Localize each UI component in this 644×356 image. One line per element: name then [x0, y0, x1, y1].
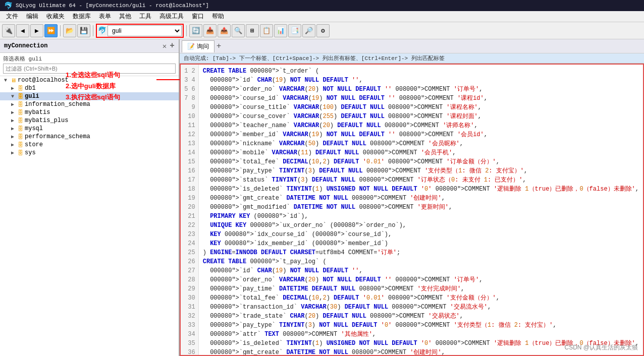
- query2-btn[interactable]: 🔎: [302, 24, 315, 37]
- connection-tab: myConnection ✕ +: [0, 39, 179, 53]
- autocomplete-hint-text: 自动完成: [Tab]-> 下一个标签、[Ctrl+Space]-> 列出所有标…: [184, 55, 445, 62]
- query-tab-label: 询问: [197, 42, 209, 51]
- menu-help[interactable]: 帮助: [208, 11, 228, 22]
- connection-name: myConnection: [4, 42, 163, 49]
- tree-item-mybatis-plus[interactable]: ▶ 🗄 mybatis_plus: [0, 116, 179, 125]
- tree-label-store: store: [25, 141, 43, 148]
- code-content: 1 2 3 4 5 6 7 8 9 10 11 12 13 14 15 16 1…: [181, 65, 643, 356]
- tree-label-mybatis: mybatis: [25, 109, 50, 116]
- tree-label-perf-schema: performance_schema: [25, 133, 90, 140]
- db-icon: 🐬: [98, 26, 106, 35]
- open-file-btn[interactable]: 📂: [63, 24, 76, 37]
- tree-item-guli[interactable]: ▼ 🗄 guli: [0, 92, 179, 100]
- tree-item-performance-schema[interactable]: ▶ 🗄 performance_schema: [0, 133, 179, 141]
- query-tab-add-btn[interactable]: +: [217, 42, 222, 51]
- tree-label-root: root@localhost: [18, 77, 69, 84]
- import-btn[interactable]: 📥: [203, 24, 217, 37]
- settings-btn[interactable]: ⚙: [316, 24, 330, 37]
- expander-mybatis[interactable]: ▶: [9, 109, 16, 115]
- save-file-btn[interactable]: 💾: [77, 24, 90, 37]
- expander-info-schema[interactable]: ▶: [9, 101, 16, 107]
- search-btn[interactable]: 🔍: [232, 24, 245, 37]
- expander-db1[interactable]: ▶: [9, 85, 16, 91]
- tree-label-mysql: mysql: [25, 125, 43, 132]
- menu-database[interactable]: 数据库: [69, 11, 95, 22]
- title-text: SQLyog Ultimate 64 - [myConnection/guli …: [16, 3, 209, 9]
- db-icon-mysql: 🗄: [18, 126, 23, 132]
- autocomplete-hint: 自动完成: [Tab]-> 下一个标签、[Ctrl+Space]-> 列出所有标…: [180, 53, 644, 64]
- filter-box: 筛选表格 guli: [0, 53, 179, 76]
- db-icon-mybatis: 🗄: [18, 109, 23, 116]
- forward-btn[interactable]: ▶: [30, 24, 43, 37]
- menu-edit[interactable]: 编辑: [22, 11, 42, 22]
- menu-advanced[interactable]: 高级工具: [155, 11, 188, 22]
- tree-item-store[interactable]: ▶ 🗄 store: [0, 141, 179, 149]
- query-tab-icon: 📝: [187, 43, 195, 50]
- filter-label: 筛选表格 guli: [3, 55, 176, 63]
- tree-item-mysql[interactable]: ▶ 🗄 mysql: [0, 125, 179, 133]
- db-select-wrapper: 🐬 guli db1 information_schema mybatis my…: [96, 24, 184, 38]
- divider-3: [186, 25, 187, 36]
- tree-item-root[interactable]: ▼ 🖥 root@localhost: [0, 76, 179, 84]
- query-tab-1[interactable]: 📝 询问: [182, 40, 214, 52]
- grid-btn[interactable]: ⊞: [246, 24, 259, 37]
- tree-label-db1: db1: [25, 85, 36, 92]
- divider-2: [93, 25, 93, 36]
- code-lines[interactable]: CREATE TABLE 000080">`t_order` ( 000080"…: [199, 65, 643, 356]
- tree-item-db1[interactable]: ▶ 🗄 db1: [0, 84, 179, 92]
- tree-label-guli: guli: [25, 93, 39, 100]
- menu-tools[interactable]: 工具: [135, 11, 155, 22]
- tree-label-sys: sys: [25, 149, 36, 156]
- expander-store[interactable]: ▶: [9, 142, 16, 148]
- db-icon-store: 🗄: [18, 142, 23, 148]
- right-panel: 📝 询问 + 自动完成: [Tab]-> 下一个标签、[Ctrl+Space]-…: [180, 39, 644, 356]
- expander-guli[interactable]: ▼: [9, 94, 16, 99]
- line-numbers: 1 2 3 4 5 6 7 8 9 10 11 12 13 14 15 16 1…: [181, 65, 199, 356]
- db-icon-perf-schema: 🗄: [18, 134, 23, 140]
- db-icon-guli: 🗄: [18, 93, 23, 100]
- index-btn[interactable]: 📑: [288, 24, 301, 37]
- server-icon: 🖥: [11, 77, 16, 84]
- db-icon-mybatis-plus: 🗄: [18, 117, 23, 124]
- object-tree: ▼ 🖥 root@localhost ▶ 🗄 db1 ▼ 🗄 guli ▶ 🗄 …: [0, 76, 179, 356]
- connection-add-btn[interactable]: +: [170, 41, 175, 50]
- export-btn[interactable]: 📤: [218, 24, 231, 37]
- query-tabs: 📝 询问 +: [180, 39, 644, 53]
- filter-input[interactable]: [3, 64, 176, 74]
- expander-mysql[interactable]: ▶: [9, 126, 16, 132]
- db-icon-sys: 🗄: [18, 150, 23, 156]
- code-editor[interactable]: 1 2 3 4 5 6 7 8 9 10 11 12 13 14 15 16 1…: [180, 64, 644, 356]
- database-select[interactable]: guli db1 information_schema mybatis myba…: [108, 25, 182, 36]
- app-icon: 🐬: [4, 2, 13, 10]
- tree-label-mybatis-plus: mybatis_plus: [25, 117, 68, 124]
- table-btn[interactable]: 📊: [274, 24, 287, 37]
- menu-other[interactable]: 其他: [115, 11, 135, 22]
- back-btn[interactable]: ◀: [16, 24, 29, 37]
- db-icon-db1: 🗄: [18, 85, 23, 92]
- execute-btn[interactable]: ⏩: [44, 24, 58, 37]
- connection-close-btn[interactable]: ✕: [163, 42, 167, 50]
- toolbar: 🔌 ◀ ▶ ⏩ 📂 💾 🐬 guli db1 information_schem…: [0, 22, 644, 39]
- main-area: myConnection ✕ + 筛选表格 guli ▼ 🖥 root@loca…: [0, 39, 644, 356]
- menu-bar: 文件 编辑 收藏夹 数据库 表单 其他 工具 高级工具 窗口 帮助: [0, 11, 644, 22]
- expander-sys[interactable]: ▶: [9, 150, 16, 156]
- expander-mybatis-plus[interactable]: ▶: [9, 117, 16, 124]
- menu-window[interactable]: 窗口: [188, 11, 208, 22]
- tree-item-mybatis[interactable]: ▶ 🗄 mybatis: [0, 108, 179, 116]
- expander-root[interactable]: ▼: [2, 78, 9, 83]
- menu-favorites[interactable]: 收藏夹: [42, 11, 69, 22]
- expander-perf-schema[interactable]: ▶: [9, 134, 16, 140]
- refresh-btn[interactable]: 🔄: [189, 24, 202, 37]
- menu-file[interactable]: 文件: [2, 11, 22, 22]
- title-bar: 🐬 SQLyog Ultimate 64 - [myConnection/gul…: [0, 0, 644, 11]
- schema-btn[interactable]: 📋: [260, 24, 273, 37]
- menu-table[interactable]: 表单: [95, 11, 115, 22]
- divider-1: [60, 25, 61, 36]
- tree-item-sys[interactable]: ▶ 🗄 sys: [0, 149, 179, 157]
- db-icon-info-schema: 🗄: [18, 101, 23, 108]
- left-panel: myConnection ✕ + 筛选表格 guli ▼ 🖥 root@loca…: [0, 39, 180, 356]
- tree-label-info-schema: information_schema: [25, 101, 90, 108]
- new-connection-btn[interactable]: 🔌: [2, 24, 15, 37]
- tree-item-information-schema[interactable]: ▶ 🗄 information_schema: [0, 100, 179, 108]
